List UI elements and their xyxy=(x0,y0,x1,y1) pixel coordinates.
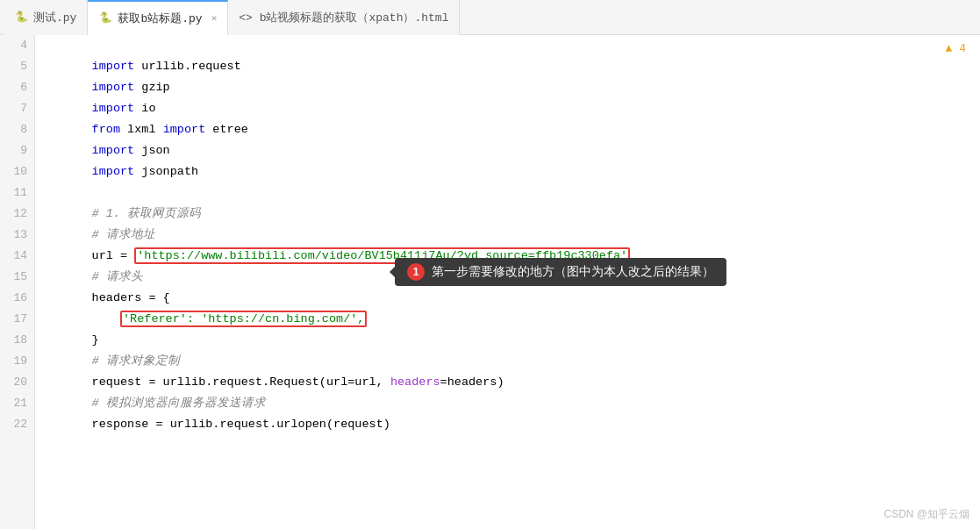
code-line-13: url = 'https://www.bilibili.com/video/BV… xyxy=(49,225,980,246)
code-line-8: import json xyxy=(49,119,980,140)
line-num-22: 22 xyxy=(0,414,34,435)
tab-test-py[interactable]: 🐍 测试.py xyxy=(4,0,88,35)
code-line-6: import io xyxy=(49,77,980,98)
line-num-19: 19 xyxy=(0,351,34,372)
line-num-16: 16 xyxy=(0,288,34,309)
line-num-5: 5 xyxy=(0,56,34,77)
tab-bilibili-py[interactable]: 🐍 获取b站标题.py ✕ xyxy=(88,0,228,35)
tooltip-number: 1 xyxy=(407,263,425,281)
code-line-22 xyxy=(49,414,980,435)
code-line-10 xyxy=(49,161,980,182)
code-line-19: request = urllib.request.Request(url=url… xyxy=(49,351,980,372)
line-num-4: 4 xyxy=(0,35,34,56)
line-num-20: 20 xyxy=(0,372,34,393)
watermark: CSDN @知乎云烟 xyxy=(883,507,969,522)
code-editor: ▲ 4 4 5 6 7 8 9 10 11 12 13 14 15 16 17 … xyxy=(0,35,980,529)
code-line-9: import jsonpath xyxy=(49,140,980,161)
line-num-6: 6 xyxy=(0,77,34,98)
tab-label-3: <> b站视频标题的获取（xpath）.html xyxy=(239,10,448,25)
tooltip-text: 第一步需要修改的地方（图中为本人改之后的结果） xyxy=(432,264,714,278)
code-line-21: response = urllib.request.urlopen(reques… xyxy=(49,393,980,414)
code-line-18: # 请求对象定制 xyxy=(49,330,980,351)
tab-html[interactable]: <> b站视频标题的获取（xpath）.html xyxy=(228,0,460,35)
line-num-11: 11 xyxy=(0,182,34,204)
line-num-17: 17 xyxy=(0,309,34,330)
code-line-12: # 请求地址 xyxy=(49,204,980,225)
tab-bar: 🐍 测试.py 🐍 获取b站标题.py ✕ <> b站视频标题的获取（xpath… xyxy=(0,0,980,35)
line-num-12: 12 xyxy=(0,204,34,225)
line-num-15: 15 xyxy=(0,267,34,288)
line-num-9: 9 xyxy=(0,140,34,161)
line-num-14: 14 xyxy=(0,246,34,267)
line-num-10: 10 xyxy=(0,161,34,182)
code-line-11: # 1. 获取网页源码 xyxy=(49,182,980,204)
close-tab-button[interactable]: ✕ xyxy=(211,12,218,24)
code-line-16: 'Referer': 'https://cn.bing.com/', xyxy=(49,288,980,309)
code-line-5: import gzip xyxy=(49,56,980,77)
line-num-21: 21 xyxy=(0,393,34,414)
line-num-7: 7 xyxy=(0,98,34,119)
tab-label-1: 测试.py xyxy=(33,10,76,25)
python-icon-2: 🐍 xyxy=(98,11,112,25)
line-num-18: 18 xyxy=(0,330,34,351)
code-line-4: import urllib.request xyxy=(49,35,980,56)
tab-label-2: 获取b站标题.py xyxy=(118,11,202,26)
code-line-17: } xyxy=(49,309,980,330)
python-icon-1: 🐍 xyxy=(14,11,28,25)
line-numbers: 4 5 6 7 8 9 10 11 12 13 14 15 16 17 18 1… xyxy=(0,35,35,529)
code-line-7: from lxml import etree xyxy=(49,98,980,119)
line-num-8: 8 xyxy=(0,119,34,140)
line-num-13: 13 xyxy=(0,225,34,246)
code-line-20: # 模拟浏览器向服务器发送请求 xyxy=(49,372,980,393)
tooltip-balloon: 1 第一步需要修改的地方（图中为本人改之后的结果） xyxy=(395,258,726,286)
code-content[interactable]: import urllib.request import gzip import… xyxy=(35,35,980,529)
